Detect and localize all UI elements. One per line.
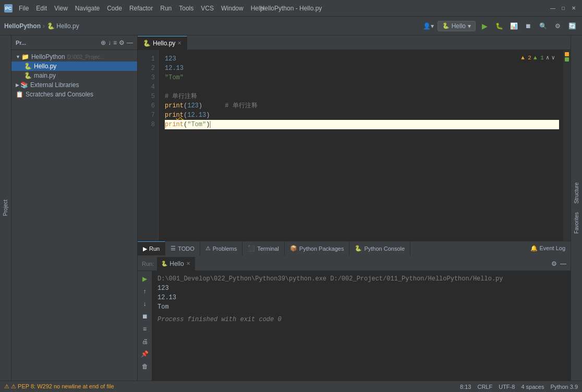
run-button[interactable]: ▶	[479, 20, 490, 32]
line-ending[interactable]: CRLF	[477, 384, 492, 390]
run-hello-icon: 🐍	[161, 261, 167, 266]
nav-bar: HelloPython › 🐍 Hello.py 👤▾ 🐍 Hello ▾ ▶ …	[0, 17, 582, 35]
problems-tab-icon: ⚠	[205, 245, 211, 252]
tree-item-scratches[interactable]: 📋 Scratches and Consoles	[11, 90, 137, 99]
nav-right-tools: 👤▾ 🐍 Hello ▾ ▶ 🐛 📊 ⏹ 🔍 ⚙ 🔄	[423, 20, 578, 32]
update-button[interactable]: 🔄	[566, 20, 578, 32]
panel-settings-icon[interactable]: ⚙	[119, 39, 125, 46]
minimize-button[interactable]: —	[549, 4, 557, 13]
tree-main-label: main.py	[34, 72, 56, 79]
run-panel-minimize-icon[interactable]: —	[560, 260, 566, 267]
maximize-button[interactable]: □	[559, 4, 567, 13]
tab-label: Hello.py	[153, 40, 175, 47]
menu-code[interactable]: Code	[104, 4, 125, 13]
run-hello-label: Hello	[169, 260, 184, 267]
run-config-dropdown-icon: ▾	[468, 22, 471, 30]
panel-scroll-icon[interactable]: ↓	[108, 39, 111, 46]
right-gutter	[563, 50, 571, 241]
stop-run-button[interactable]: ⏹	[139, 311, 151, 322]
tab-python-console[interactable]: 🐍 Python Console	[349, 241, 410, 255]
tab-python-packages[interactable]: 📦 Python Packages	[285, 241, 350, 255]
project-panel: Pr... ⊕ ↓ ≡ ⚙ — ▼ 📁 HelloPython D:\002_P…	[11, 35, 138, 381]
python-interpreter[interactable]: Python 3.9	[550, 384, 578, 390]
scratches-icon: 📋	[16, 91, 23, 98]
debug-button[interactable]: 🐛	[493, 20, 505, 32]
tree-item-hello[interactable]: 🐍 Hello.py	[11, 62, 137, 71]
run-panel-settings-icon[interactable]: ⚙	[551, 260, 557, 267]
editor-tab-hello[interactable]: 🐍 Hello.py ✕	[138, 36, 187, 50]
expand-ext-icon: ▶	[16, 82, 19, 88]
settings-button[interactable]: ⚙	[552, 20, 563, 32]
run-config-button[interactable]: 🐍 Hello ▾	[438, 21, 476, 31]
tree-item-main[interactable]: 🐍 main.py	[11, 71, 137, 80]
panel-collapse-icon[interactable]: ≡	[113, 39, 117, 46]
center-layout: Project Pr... ⊕ ↓ ≡ ⚙ — ▼ 📁 HelloPytho	[0, 35, 582, 381]
indent-type[interactable]: 4 spaces	[521, 384, 544, 390]
code-line-3: "Tom"	[165, 73, 559, 82]
run-panel: Run: 🐍 Hello ✕ ⚙ — ▶	[138, 255, 571, 381]
run-output[interactable]: D:\001_Develop\022_Python\Python39\pytho…	[152, 271, 571, 381]
status-bar-right: 8:13 CRLF UTF-8 4 spaces Python 3.9	[460, 384, 578, 390]
structure-side-tab: Structure Favorites	[571, 35, 582, 381]
panel-minimize-icon[interactable]: —	[127, 39, 133, 46]
menu-window[interactable]: Window	[218, 4, 247, 13]
structure-tab-label[interactable]: Structure	[573, 178, 580, 208]
code-line-6: print(123) # 单行注释	[165, 101, 559, 111]
tab-terminal[interactable]: ⬛ Terminal	[242, 241, 285, 255]
nav-up-icon[interactable]: ∧	[546, 53, 550, 63]
run-toolbar: ▶ ↑ ↓ ⏹ ≡ 🖨 📌 🗑	[138, 271, 152, 381]
print-button[interactable]: 🖨	[139, 336, 151, 347]
stop-button[interactable]: ⏹	[523, 20, 534, 32]
scroll-up-button[interactable]: ↑	[139, 286, 151, 297]
rerun-button[interactable]: ▶	[139, 273, 151, 285]
menu-file[interactable]: File	[16, 4, 32, 13]
menu-navigate[interactable]: Navigate	[72, 4, 103, 13]
delete-button[interactable]: 🗑	[139, 361, 151, 372]
event-log-button[interactable]: 🔔 Event Log	[525, 245, 571, 252]
panel-add-icon[interactable]: ⊕	[101, 39, 106, 46]
menu-vcs[interactable]: VCS	[198, 4, 217, 13]
user-icon-button[interactable]: 👤▾	[423, 20, 434, 32]
tab-close-button[interactable]: ✕	[177, 40, 181, 46]
scroll-down-button[interactable]: ↓	[139, 298, 151, 310]
tab-problems[interactable]: ⚠ Problems	[200, 241, 242, 255]
editor-content[interactable]: 1 2 3 4 5 6 7 8	[138, 50, 571, 241]
format-button[interactable]: ≡	[139, 323, 151, 335]
menu-edit[interactable]: Edit	[33, 4, 50, 13]
gutter-info-mark	[565, 57, 569, 62]
code-editor[interactable]: ▲ 2 ▲ 1 ∧ ∨ 123	[159, 50, 563, 241]
warning-bar: ▲ 2 ▲ 1 ∧ ∨	[521, 53, 555, 63]
project-tab-label[interactable]: Project	[2, 195, 9, 220]
run-content: ▶ ↑ ↓ ⏹ ≡ 🖨 📌 🗑 D:\001_Develop\022_Pytho…	[138, 271, 571, 381]
close-button[interactable]: ✕	[569, 4, 578, 13]
status-warning[interactable]: ⚠ ⚠ PEP 8: W292 no newline at end of fil…	[4, 383, 114, 390]
warning-icon: ⚠	[4, 383, 9, 390]
pin-button[interactable]: 📌	[139, 348, 151, 360]
menu-view[interactable]: View	[51, 4, 71, 13]
menu-run[interactable]: Run	[157, 4, 175, 13]
search-button[interactable]: 🔍	[537, 20, 549, 32]
python-console-tab-icon: 🐍	[355, 245, 362, 252]
menu-bar: File Edit View Navigate Code Refactor Ru…	[16, 4, 266, 13]
tree-scratches-label: Scratches and Consoles	[26, 91, 93, 98]
run-tab-hello[interactable]: 🐍 Hello ✕	[157, 257, 195, 271]
tree-item-ext-libs[interactable]: ▶ 📚 External Libraries	[11, 80, 137, 90]
menu-refactor[interactable]: Refactor	[126, 4, 156, 13]
run-output-line-3: Tom	[157, 302, 565, 312]
encoding[interactable]: UTF-8	[499, 384, 515, 390]
coverage-button[interactable]: 📊	[508, 20, 519, 32]
nav-down-icon[interactable]: ∨	[551, 53, 555, 63]
code-line-5: # 单行注释	[165, 92, 559, 101]
tree-item-root[interactable]: ▼ 📁 HelloPython D:\002_Projec...	[11, 52, 137, 62]
content-area: 🐍 Hello.py ✕ 1 2 3 4	[138, 35, 571, 381]
run-config-icon: 🐍	[442, 22, 450, 29]
cursor-position[interactable]: 8:13	[460, 384, 471, 390]
python-console-tab-label: Python Console	[364, 246, 405, 252]
tab-run[interactable]: ▶ Run	[138, 241, 165, 255]
menu-tools[interactable]: Tools	[176, 4, 197, 13]
tab-todo[interactable]: ☰ TODO	[165, 241, 200, 255]
run-tab-close-button[interactable]: ✕	[186, 261, 190, 266]
breadcrumb-project[interactable]: HelloPython	[4, 22, 41, 30]
favorites-tab-label[interactable]: Favorites	[573, 208, 580, 238]
code-line-2: 12.13	[165, 64, 559, 73]
